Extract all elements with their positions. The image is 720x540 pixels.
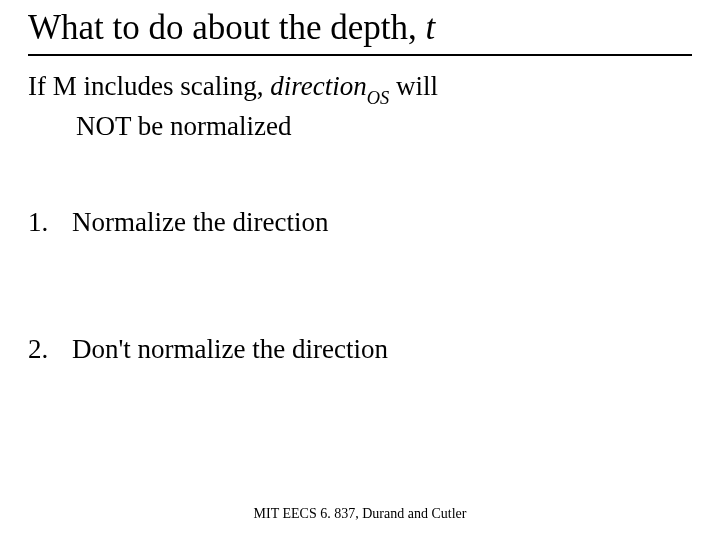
list-text: Normalize the direction bbox=[72, 205, 328, 240]
direction-word: direction bbox=[270, 71, 366, 101]
option-list: 1. Normalize the direction 2. Don't norm… bbox=[28, 205, 692, 367]
title-text: What to do about the depth, bbox=[28, 8, 426, 47]
list-item: 2. Don't normalize the direction bbox=[28, 332, 692, 367]
intro-line-2: NOT be normalized bbox=[28, 108, 692, 144]
slide: What to do about the depth, t If M inclu… bbox=[0, 0, 720, 540]
slide-title: What to do about the depth, t bbox=[28, 8, 692, 56]
slide-footer: MIT EECS 6. 837, Durand and Cutler bbox=[0, 506, 720, 522]
title-variable: t bbox=[426, 8, 436, 47]
list-number: 2. bbox=[28, 332, 72, 367]
list-text: Don't normalize the direction bbox=[72, 332, 388, 367]
intro-prefix: If M includes scaling, bbox=[28, 71, 270, 101]
intro-suffix: will bbox=[389, 71, 438, 101]
list-item: 1. Normalize the direction bbox=[28, 205, 692, 240]
intro-line-1: If M includes scaling, directionOS will bbox=[28, 68, 692, 108]
direction-subscript: OS bbox=[367, 88, 389, 108]
list-number: 1. bbox=[28, 205, 72, 240]
